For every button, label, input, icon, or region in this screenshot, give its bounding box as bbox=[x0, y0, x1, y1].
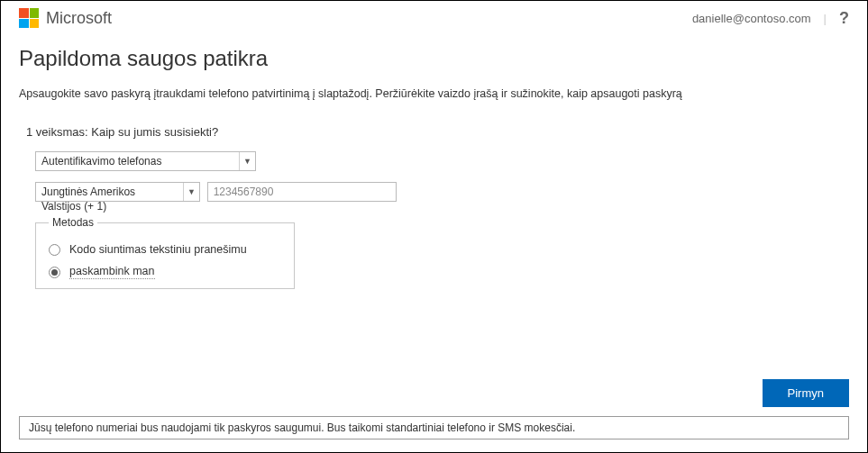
contact-method-select[interactable]: Autentifikavimo telefonas ▼ bbox=[35, 151, 256, 171]
radio-icon bbox=[49, 244, 60, 256]
next-button[interactable]: Pirmyn bbox=[763, 379, 849, 407]
country-code-select[interactable]: Jungtinės Amerikos Valstijos (+ 1) ▼ bbox=[35, 182, 200, 202]
divider: | bbox=[824, 12, 827, 25]
method-option-call[interactable]: paskambink man bbox=[49, 265, 281, 279]
header-right: danielle@contoso.com | ? bbox=[692, 9, 849, 28]
page-title: Papildoma saugos patikra bbox=[19, 46, 849, 71]
header: Microsoft danielle@contoso.com | ? bbox=[1, 1, 867, 37]
content: Papildoma saugos patikra Apsaugokite sav… bbox=[1, 37, 867, 289]
phone-number-input[interactable]: 1234567890 bbox=[207, 182, 397, 202]
user-email: danielle@contoso.com bbox=[692, 12, 811, 25]
step-prefix: 1 veiksmas: bbox=[26, 125, 88, 139]
brand: Microsoft bbox=[19, 8, 112, 28]
footer-note: Jūsų telefono numeriai bus naudojami tik… bbox=[19, 416, 849, 439]
help-icon[interactable]: ? bbox=[839, 9, 849, 28]
phone-row: Jungtinės Amerikos Valstijos (+ 1) ▼ 123… bbox=[35, 182, 849, 202]
method-legend: Metodas bbox=[49, 216, 97, 229]
contact-method-row: Autentifikavimo telefonas ▼ bbox=[35, 151, 849, 171]
chevron-down-icon: ▼ bbox=[239, 152, 255, 170]
method-call-label: paskambink man bbox=[69, 265, 155, 279]
step-label: 1 veiksmas: Kaip su jumis susisiekti? bbox=[26, 125, 849, 139]
form-area: Autentifikavimo telefonas ▼ Jungtinės Am… bbox=[35, 151, 849, 289]
chevron-down-icon: ▼ bbox=[183, 183, 199, 201]
page-subtitle: Apsaugokite savo paskyrą įtraukdami tele… bbox=[19, 87, 849, 100]
country-code-value: Jungtinės Amerikos Valstijos (+ 1) bbox=[36, 183, 199, 215]
contact-method-value: Autentifikavimo telefonas bbox=[36, 152, 183, 170]
brand-name: Microsoft bbox=[46, 9, 112, 28]
microsoft-logo-icon bbox=[19, 8, 39, 28]
method-option-sms[interactable]: Kodo siuntimas tekstiniu pranešimu bbox=[49, 243, 281, 256]
radio-icon bbox=[49, 267, 60, 278]
step-question: Kaip su jumis susisiekti? bbox=[91, 125, 218, 139]
method-sms-label: Kodo siuntimas tekstiniu pranešimu bbox=[69, 243, 247, 256]
method-fieldset: Metodas Kodo siuntimas tekstiniu praneši… bbox=[35, 216, 295, 289]
